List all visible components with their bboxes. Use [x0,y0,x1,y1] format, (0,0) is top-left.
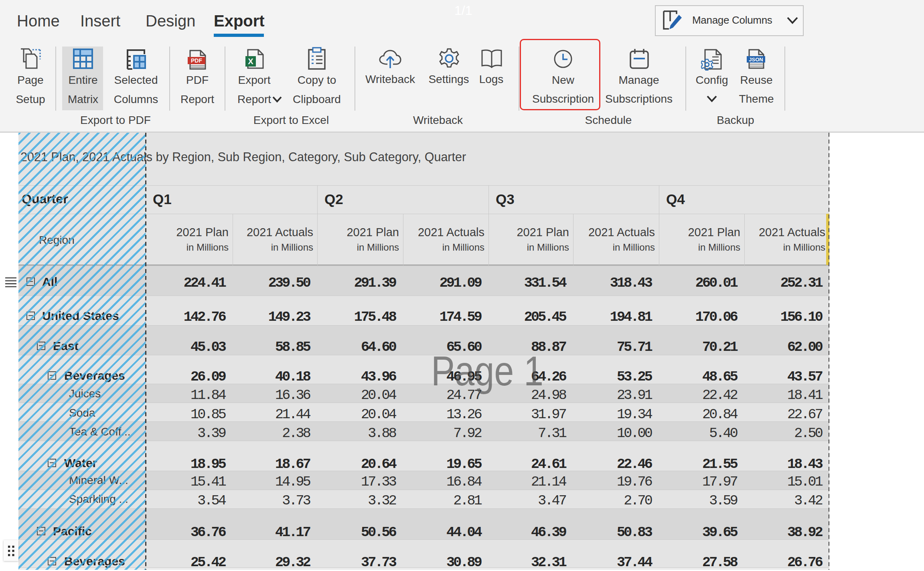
svg-text:X: X [248,57,253,66]
svg-text:JSON: JSON [749,57,763,63]
svg-text:PDF: PDF [191,57,202,64]
